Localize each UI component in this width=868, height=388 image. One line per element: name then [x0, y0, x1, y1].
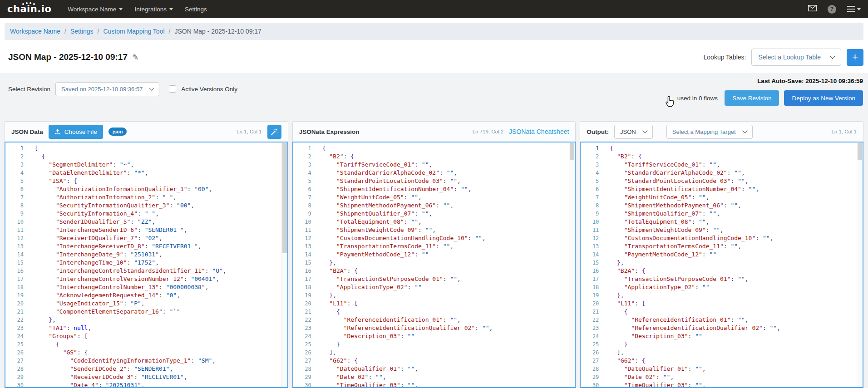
breadcrumb-current: JSON Map - 2025-12-10 09:17 [174, 28, 261, 35]
scrollbar[interactable] [857, 142, 863, 387]
add-lookup-table-button[interactable]: + [847, 49, 863, 66]
save-revision-button[interactable]: Save Revision [725, 90, 779, 106]
nav-integrations[interactable]: Integrations [134, 6, 173, 13]
title-row: JSON Map - 2025-12-10 09:17 ✎ Lookup Tab… [0, 40, 868, 74]
scrollbar[interactable] [569, 142, 575, 387]
chevron-down-icon [149, 85, 154, 90]
breadcrumb-custom-mapping-tool[interactable]: Custom Mapping Tool [103, 28, 164, 35]
revision-select[interactable]: Saved on 2025-12-10 09:36:57 [55, 82, 159, 96]
format-wand-button[interactable] [267, 125, 281, 139]
json-data-panel: JSON Data Choose File json Ln 1, Col 1 1… [5, 121, 288, 388]
chevron-down-icon [742, 128, 747, 133]
top-navbar: chain.io Workspace Name Integrations Set… [0, 0, 868, 18]
mail-icon[interactable] [808, 5, 817, 13]
chevron-down-icon [642, 128, 647, 133]
jsonata-title: JSONata Expression [299, 128, 360, 135]
select-revision-label: Select Revision [8, 86, 50, 93]
mapping-workspace: Select Revision Saved on 2025-12-10 09:3… [0, 74, 868, 388]
last-autosave-text: Last Auto-Save: 2025-12-10 09:36:59 [757, 78, 863, 84]
choose-file-button[interactable]: Choose File [49, 125, 103, 139]
nav-settings[interactable]: Settings [185, 6, 207, 13]
chevron-down-icon [830, 54, 835, 59]
upload-icon [54, 128, 61, 135]
used-in-flows-text: used in 0 flows [677, 95, 718, 102]
nav-workspace-name[interactable]: Workspace Name [68, 6, 123, 13]
deploy-new-version-button[interactable]: Deploy as New Version [784, 90, 863, 106]
chevron-down-icon [169, 8, 173, 10]
active-versions-label: Active Versions Only [181, 86, 237, 93]
output-panel: Output: JSON Select a Mapping Target Ln … [580, 121, 863, 388]
jsonata-expression-editor[interactable]: 1234567891011121314151617181920212223242… [292, 142, 576, 388]
output-title: Output: [587, 128, 609, 135]
json-data-editor[interactable]: 1234567891011121314151617181920212223242… [5, 142, 288, 388]
output-cursor-position: Ln 1, Col 1 [831, 129, 857, 134]
revision-controls: Select Revision Saved on 2025-12-10 09:3… [5, 74, 863, 121]
breadcrumb-settings[interactable]: Settings [70, 28, 94, 35]
breadcrumb: Workspace Name / Settings / Custom Mappi… [5, 23, 863, 40]
magic-wand-icon [271, 128, 278, 136]
chevron-down-icon [119, 8, 123, 10]
jsonata-expression-panel: JSONata Expression Ln 719, Col 2 JSONata… [292, 121, 576, 388]
json-data-cursor-position: Ln 1, Col 1 [237, 129, 262, 134]
json-format-badge: json [108, 128, 127, 136]
logo-dots-icon [22, 3, 24, 5]
help-icon[interactable]: ? [828, 5, 836, 14]
page-title: JSON Map - 2025-12-10 09:17 [8, 52, 128, 62]
jsonata-cheatsheet-link[interactable]: JSONata Cheatsheet [509, 128, 569, 135]
edit-title-icon[interactable]: ✎ [132, 53, 138, 62]
lookup-table-select[interactable]: Select a Lookup Table [751, 49, 841, 66]
output-format-select[interactable]: JSON [614, 125, 653, 139]
lookup-tables-label: Lookup Tables: [704, 54, 746, 61]
menu-icon[interactable] [847, 6, 861, 12]
chevron-down-icon [857, 8, 861, 10]
jsonata-cursor-position: Ln 719, Col 2 [473, 129, 503, 134]
mapping-target-select[interactable]: Select a Mapping Target [666, 125, 753, 139]
breadcrumb-workspace[interactable]: Workspace Name [10, 28, 60, 35]
scrollbar[interactable] [281, 142, 287, 387]
chainio-logo[interactable]: chain.io [7, 4, 51, 15]
active-versions-checkbox[interactable] [169, 85, 176, 93]
json-data-title: JSON Data [11, 128, 43, 135]
output-editor[interactable]: 1234567891011121314151617181920212223242… [580, 142, 863, 388]
